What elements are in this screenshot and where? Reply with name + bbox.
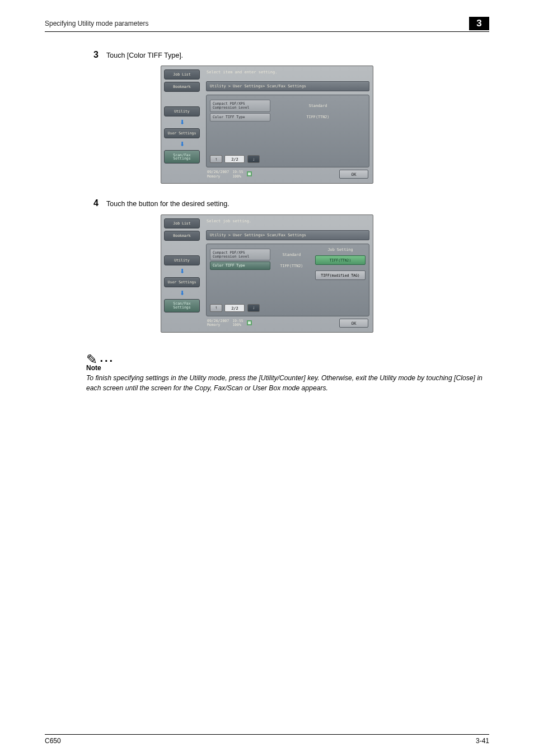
arrow-down-icon: ⬇ — [180, 268, 185, 275]
instruction-message: Select item and enter setting. — [206, 68, 369, 81]
user-settings-tab[interactable]: User Settings — [164, 277, 200, 287]
step-text: Touch the button for the desired setting… — [106, 197, 229, 209]
color-tiff-type-row[interactable]: Color TIFF Type — [210, 113, 270, 122]
arrow-down-icon: ⬇ — [180, 119, 185, 126]
section-title: Specifying Utility mode parameters — [45, 20, 148, 27]
compact-pdf-xps-row[interactable]: Compact PDF/XPS Compression Level — [210, 100, 270, 111]
compact-pdf-xps-row[interactable]: Compact PDF/XPS Compression Level — [210, 249, 270, 260]
page-indicator: 2/2 — [224, 304, 245, 312]
compact-pdf-xps-value: Standard — [270, 104, 366, 108]
settings-pane: Compact PDF/XPS Compression Level Standa… — [206, 95, 369, 167]
bookmark-tab[interactable]: Bookmark — [164, 82, 200, 92]
certificate-icon — [247, 320, 252, 325]
arrow-down-icon: ⬇ — [180, 141, 185, 148]
status-memory-label: Memory — [207, 323, 229, 327]
breadcrumb: Utility > User Settings> Scan/Fax Settin… — [206, 230, 369, 240]
touchscreen-screenshot: Job List Bookmark Utility ⬇ User Setting… — [161, 66, 373, 184]
compact-pdf-xps-value: Standard — [270, 253, 313, 257]
scan-fax-settings-tab[interactable]: Scan/Fax Settings — [164, 299, 200, 312]
note-body: To finish specifying settings in the Uti… — [86, 373, 489, 394]
job-list-tab[interactable]: Job List — [164, 218, 200, 228]
footer-page-number: 3-41 — [476, 737, 489, 745]
tiff-ttn2-option[interactable]: TIFF(TTN2) — [315, 255, 366, 265]
step-number: 3 — [86, 49, 106, 61]
ok-button[interactable]: OK — [339, 319, 368, 328]
settings-pane: Compact PDF/XPS Compression Level Standa… — [206, 244, 369, 316]
note-label: Note — [86, 364, 489, 372]
page-up-button[interactable]: ↑ — [210, 155, 222, 163]
status-memory-value: 100% — [232, 323, 243, 327]
note-icon: ✎ — [86, 352, 97, 367]
utility-tab[interactable]: Utility — [164, 255, 200, 265]
page-indicator: 2/2 — [224, 155, 245, 163]
color-tiff-type-value: TIFF(TTN2) — [270, 264, 313, 268]
status-date: 09/26/2007 — [207, 170, 229, 174]
page-up-button[interactable]: ↑ — [210, 304, 222, 312]
color-tiff-type-value: TIFF(TTN2) — [270, 115, 366, 119]
chapter-number-badge: 3 — [469, 17, 489, 30]
touchscreen-screenshot: Job List Bookmark Utility ⬇ User Setting… — [161, 214, 373, 333]
note-dots: ... — [100, 352, 114, 364]
job-setting-title: Job Setting — [315, 248, 366, 252]
instruction-message: Select job setting. — [206, 217, 369, 230]
page-down-button[interactable]: ↓ — [247, 304, 260, 312]
certificate-icon — [247, 171, 252, 176]
status-time: 19:55 — [232, 170, 243, 174]
job-list-tab[interactable]: Job List — [164, 69, 200, 80]
header-divider — [45, 31, 489, 32]
color-tiff-type-row[interactable]: Color TIFF Type — [210, 262, 270, 270]
footer-model: C650 — [45, 737, 61, 745]
step-number: 4 — [86, 197, 106, 209]
tiff-modified-tag-option[interactable]: TIFF(modified TAG) — [315, 270, 366, 280]
breadcrumb: Utility > User Settings> Scan/Fax Settin… — [206, 81, 369, 91]
arrow-down-icon: ⬇ — [180, 290, 185, 297]
step-text: Touch [Color TIFF Type]. — [106, 49, 183, 61]
utility-tab[interactable]: Utility — [164, 106, 200, 116]
bookmark-tab[interactable]: Bookmark — [164, 231, 200, 241]
scan-fax-settings-tab[interactable]: Scan/Fax Settings — [164, 150, 200, 164]
ok-button[interactable]: OK — [339, 170, 368, 179]
status-memory-value: 100% — [232, 175, 243, 179]
status-memory-label: Memory — [207, 175, 229, 179]
user-settings-tab[interactable]: User Settings — [164, 128, 200, 138]
page-down-button[interactable]: ↓ — [247, 155, 260, 163]
